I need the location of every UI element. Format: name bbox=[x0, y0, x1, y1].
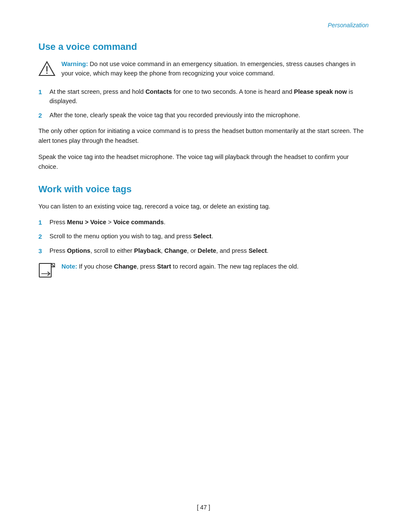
step-number: 2 bbox=[38, 231, 45, 241]
step-bold: Contacts bbox=[145, 88, 172, 95]
section-work-with-voice-tags: Work with voice tags You can listen to a… bbox=[38, 184, 369, 278]
step-bold: Select bbox=[193, 233, 212, 240]
step-1-1: 1 At the start screen, press and hold Co… bbox=[38, 87, 369, 106]
step-bold2: Playback bbox=[134, 247, 161, 254]
step-text: Scroll to the menu option you wish to ta… bbox=[49, 231, 213, 241]
page-footer: [ 47 ] bbox=[0, 504, 407, 511]
step-text: At the start screen, press and hold Cont… bbox=[49, 87, 369, 106]
note-body: If you chose Change, press Start to reco… bbox=[77, 263, 299, 270]
svg-marker-4 bbox=[51, 263, 55, 267]
step-bold4: Delete bbox=[198, 247, 216, 254]
note-bold2: Start bbox=[157, 263, 171, 270]
step-text: Press Menu > Voice > Voice commands. bbox=[49, 217, 166, 227]
section2-steps: 1 Press Menu > Voice > Voice commands. 2… bbox=[38, 217, 369, 256]
svg-rect-3 bbox=[39, 263, 51, 277]
step-2-3: 3 Press Options, scroll to either Playba… bbox=[38, 246, 369, 256]
section1-para1: The only other option for initiating a v… bbox=[38, 126, 369, 146]
step-bold3: Change bbox=[164, 247, 187, 254]
step-text: After the tone, clearly speak the voice … bbox=[49, 110, 300, 120]
page-number: [ 47 ] bbox=[197, 504, 210, 511]
step-number: 2 bbox=[38, 110, 45, 120]
note-label: Note: bbox=[61, 263, 77, 270]
step-1-2: 2 After the tone, clearly speak the voic… bbox=[38, 110, 369, 120]
header-title: Personalization bbox=[328, 22, 369, 29]
section2-title: Work with voice tags bbox=[38, 184, 369, 195]
step-bold2: Voice commands bbox=[113, 219, 164, 226]
warning-label: Warning: bbox=[61, 61, 88, 67]
note-text: Note: If you chose Change, press Start t… bbox=[61, 262, 299, 271]
step-bold2: Please speak now bbox=[294, 88, 347, 95]
step-bold5: Select bbox=[249, 247, 267, 254]
page-container: Personalization Use a voice command Warn… bbox=[0, 0, 407, 532]
section1-steps: 1 At the start screen, press and hold Co… bbox=[38, 87, 369, 120]
note-bold1: Change bbox=[114, 263, 137, 270]
section2-intro: You can listen to an existing voice tag,… bbox=[38, 202, 369, 211]
section1-para2: Speak the voice tag into the headset mic… bbox=[38, 152, 369, 172]
step-2-2: 2 Scroll to the menu option you wish to … bbox=[38, 231, 369, 241]
note-box: Note: If you chose Change, press Start t… bbox=[38, 262, 369, 278]
note-icon bbox=[38, 263, 55, 278]
step-number: 1 bbox=[38, 217, 45, 227]
step-text: Press Options, scroll to either Playback… bbox=[49, 246, 268, 256]
step-2-1: 1 Press Menu > Voice > Voice commands. bbox=[38, 217, 369, 227]
warning-box: Warning: Do not use voice command in an … bbox=[38, 59, 369, 78]
step-number: 3 bbox=[38, 246, 45, 256]
warning-icon bbox=[38, 60, 55, 77]
section1-title: Use a voice command bbox=[38, 41, 369, 52]
svg-point-2 bbox=[47, 72, 48, 74]
warning-body: Do not use voice command in an emergency… bbox=[61, 61, 355, 77]
section-use-voice-command: Use a voice command Warning: Do not use … bbox=[38, 41, 369, 172]
step-bold: Menu > Voice bbox=[67, 219, 106, 226]
step-bold: Options bbox=[67, 247, 90, 254]
step-number: 1 bbox=[38, 87, 45, 106]
page-header: Personalization bbox=[38, 21, 369, 29]
warning-text: Warning: Do not use voice command in an … bbox=[61, 59, 369, 78]
